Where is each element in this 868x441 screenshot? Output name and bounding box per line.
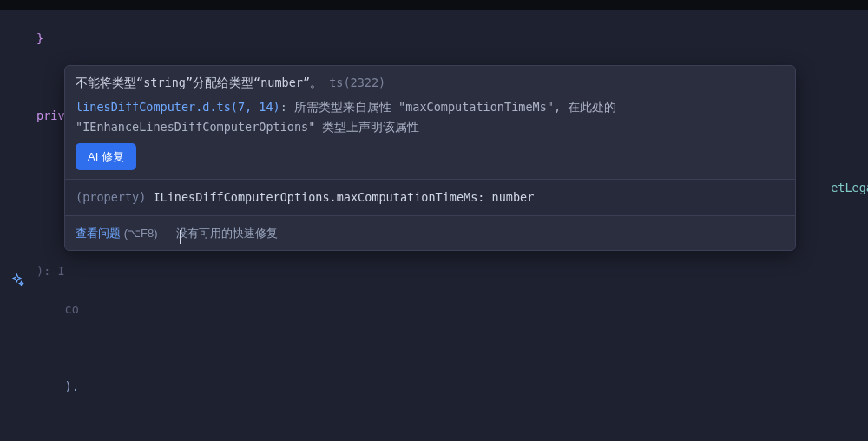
indent bbox=[36, 379, 65, 393]
gutter bbox=[0, 10, 33, 441]
hover-error-widget[interactable]: 不能将类型“string”分配给类型“number”。 ts(2322) lin… bbox=[64, 65, 796, 251]
keybinding-label: (⌥F8) bbox=[124, 227, 158, 240]
close-paren: ). bbox=[65, 379, 79, 393]
text-cursor-icon bbox=[180, 230, 181, 244]
truncated-code-right: etLega bbox=[831, 178, 868, 197]
no-quickfix-label: 没有可用的快速修复 bbox=[176, 227, 278, 240]
titlebar-strip bbox=[0, 0, 868, 10]
related-source-link[interactable]: linesDiffComputer.d.ts(7, 14) bbox=[76, 100, 280, 114]
body-cut: co bbox=[36, 302, 79, 316]
hover-error-section: 不能将类型“string”分配给类型“number”。 ts(2322) lin… bbox=[65, 66, 795, 179]
editor-viewport: } private computeDiff( or ne co ): I co … bbox=[0, 0, 868, 441]
blank-line bbox=[36, 416, 868, 435]
view-problem-link[interactable]: 查看问题 (⌥F8) bbox=[76, 227, 161, 240]
related-source-msg: : 所需类型来自属性 "maxComputationTimeMs", 在此处的 bbox=[280, 100, 616, 114]
brace: } bbox=[36, 31, 43, 45]
return-cut: ): I bbox=[36, 264, 65, 278]
related-source-msg-2: "IEnhanceLinesDiffComputerOptions" 类型上声明… bbox=[76, 117, 785, 136]
error-message: 不能将类型“string”分配给类型“number”。 bbox=[76, 76, 322, 89]
sig-text: ILinesDiffComputerOptions.maxComputation… bbox=[146, 190, 534, 204]
hover-actions: 查看问题 (⌥F8) 没有可用的快速修复 bbox=[65, 216, 795, 250]
blank-line bbox=[36, 339, 868, 358]
hover-type-signature: (property) ILinesDiffComputerOptions.max… bbox=[65, 180, 795, 214]
ai-suggestion-gutter-icon[interactable] bbox=[9, 272, 24, 287]
error-code: ts(2322) bbox=[329, 76, 385, 89]
ai-fix-button[interactable]: AI 修复 bbox=[76, 143, 136, 170]
sig-kind: (property) bbox=[76, 190, 146, 204]
